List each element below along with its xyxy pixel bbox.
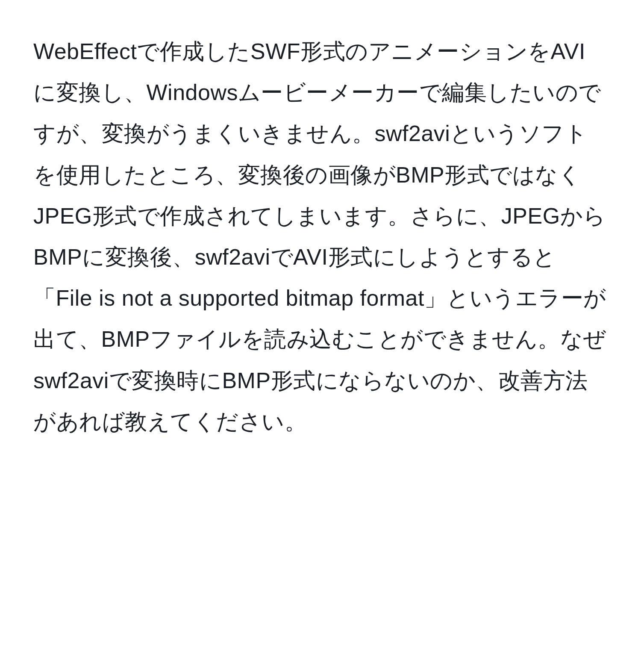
- document-paragraph: WebEffectで作成したSWF形式のアニメーションをAVIに変換し、Wind…: [33, 31, 608, 442]
